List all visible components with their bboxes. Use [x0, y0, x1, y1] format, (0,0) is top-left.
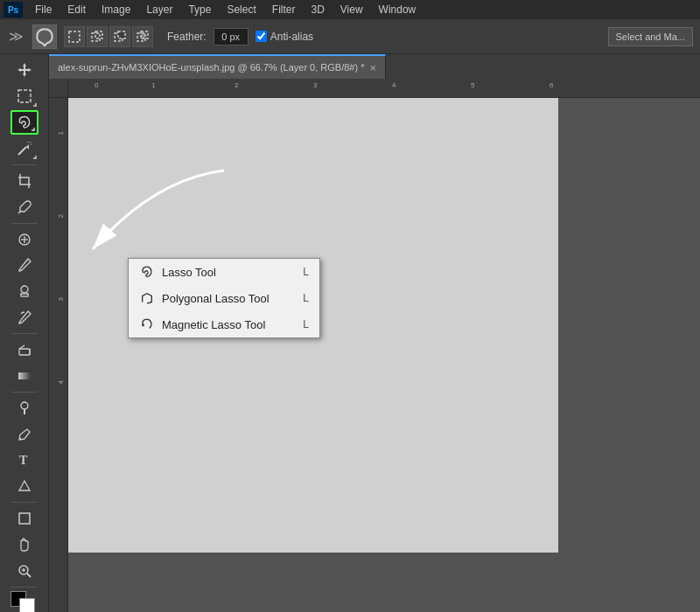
menu-file[interactable]: File: [28, 2, 59, 17]
magnetic-lasso-label: Magnetic Lasso Tool: [162, 318, 265, 331]
menu-bar: Ps File Edit Image Layer Type Select Fil…: [0, 0, 700, 19]
menu-type[interactable]: Type: [181, 2, 218, 17]
svg-marker-10: [26, 144, 29, 150]
toolbar: T: [0, 54, 49, 612]
new-selection-btn[interactable]: [64, 26, 85, 47]
marquee-tool-btn[interactable]: [10, 84, 38, 108]
crop-tool-btn[interactable]: [10, 169, 38, 193]
move-tool-btn[interactable]: [10, 58, 38, 82]
svg-point-37: [142, 324, 144, 327]
eraser-tool-btn[interactable]: [10, 337, 38, 362]
document-tab[interactable]: alex-suprun-ZHvM3XIOHoE-unsplash.jpg @ 6…: [49, 54, 386, 79]
svg-line-14: [18, 212, 20, 213]
svg-rect-31: [19, 513, 30, 524]
intersect-selection-btn[interactable]: [132, 26, 153, 47]
toolbar-separator-4: [11, 392, 38, 393]
polygonal-lasso-label: Polygonal Lasso Tool: [162, 292, 270, 305]
polygonal-lasso-icon: [139, 290, 155, 306]
svg-rect-23: [19, 349, 30, 355]
brush-tool-btn[interactable]: [10, 254, 38, 278]
svg-line-13: [30, 142, 31, 143]
tab-title: alex-suprun-ZHvM3XIOHoE-unsplash.jpg @ 6…: [58, 62, 364, 73]
toolbar-separator-3: [11, 333, 38, 334]
options-bar: ≫: [0, 19, 700, 54]
svg-rect-7: [141, 33, 145, 39]
color-picker[interactable]: [10, 591, 38, 612]
menu-edit[interactable]: Edit: [60, 2, 93, 17]
feather-input[interactable]: [214, 28, 248, 45]
ruler-h-label-3: 3: [313, 81, 317, 89]
background-color[interactable]: [19, 598, 35, 612]
menu-filter[interactable]: Filter: [265, 2, 303, 17]
hand-tool-btn[interactable]: [10, 532, 38, 557]
polygonal-lasso-menu-item[interactable]: Polygonal Lasso Tool L: [129, 285, 319, 311]
lasso-tool-btn[interactable]: [10, 110, 38, 135]
magnetic-lasso-icon: [139, 316, 155, 332]
dodge-tool-btn[interactable]: [10, 396, 38, 421]
ps-logo: Ps: [4, 2, 23, 17]
polygonal-shortcut: L: [303, 292, 309, 304]
eyedropper-tool-btn[interactable]: [10, 195, 38, 219]
lasso-options-icon[interactable]: [32, 24, 57, 49]
pen-tool-btn[interactable]: [10, 422, 38, 447]
ruler-h-label-4: 4: [392, 81, 396, 89]
svg-rect-0: [69, 31, 80, 42]
magic-wand-tool-btn[interactable]: [10, 136, 38, 161]
select-mask-button[interactable]: Select and Ma...: [608, 27, 694, 46]
ruler-v-label-4: 4: [57, 380, 65, 384]
svg-point-27: [21, 402, 28, 409]
magnetic-shortcut: L: [303, 318, 309, 330]
content-area: alex-suprun-ZHvM3XIOHoE-unsplash.jpg @ 6…: [49, 54, 700, 612]
ruler-h-label-1: 1: [151, 81, 155, 89]
ruler-corner: [49, 79, 68, 98]
ruler-v-label-3: 3: [57, 297, 65, 301]
svg-rect-8: [18, 90, 31, 102]
tab-bar: alex-suprun-ZHvM3XIOHoE-unsplash.jpg @ 6…: [49, 54, 700, 79]
lasso-icon: [139, 264, 155, 280]
svg-rect-20: [21, 294, 28, 296]
menu-layer[interactable]: Layer: [139, 2, 179, 17]
stamp-tool-btn[interactable]: [10, 279, 38, 303]
toolbar-separator-1: [11, 164, 38, 165]
add-selection-btn[interactable]: [87, 26, 108, 47]
healing-tool-btn[interactable]: [10, 227, 38, 252]
magnetic-lasso-menu-item[interactable]: Magnetic Lasso Tool L: [129, 311, 319, 337]
ruler-h-label-5: 5: [471, 81, 474, 89]
horizontal-ruler: 0 1 2 3 4 5 6: [68, 79, 700, 98]
lasso-tool-menu-item[interactable]: Lasso Tool L: [129, 259, 319, 285]
main-layout: T: [0, 54, 700, 612]
tab-close-button[interactable]: ×: [369, 62, 376, 73]
menu-select[interactable]: Select: [220, 2, 262, 17]
menu-3d[interactable]: 3D: [304, 2, 331, 17]
selection-shapes: [64, 26, 153, 47]
zoom-tool-btn[interactable]: [10, 559, 38, 583]
anti-alias-label: Anti-alias: [270, 31, 313, 43]
menu-window[interactable]: Window: [372, 2, 424, 17]
text-tool-btn[interactable]: T: [10, 448, 38, 472]
shape-tool-btn[interactable]: [10, 506, 38, 531]
lasso-tool-label: Lasso Tool: [162, 266, 216, 279]
gradient-tool-btn[interactable]: [10, 364, 38, 388]
feather-label: Feather:: [167, 31, 206, 43]
ruler-h-label-0: 0: [94, 81, 98, 89]
vertical-ruler: 1 2 3 4: [49, 79, 68, 612]
toolbar-separator-6: [11, 587, 38, 588]
svg-text:T: T: [19, 454, 28, 467]
toolbar-separator-2: [11, 223, 38, 224]
menu-view[interactable]: View: [333, 2, 370, 17]
ruler-h-label-6: 6: [550, 81, 553, 89]
svg-rect-26: [18, 372, 31, 379]
extra-tools-toggle[interactable]: ≫: [7, 26, 25, 46]
history-tool-btn[interactable]: [10, 305, 38, 330]
subtract-selection-btn[interactable]: [109, 26, 130, 47]
svg-line-18: [28, 259, 31, 261]
svg-line-33: [27, 574, 31, 577]
canvas-area[interactable]: 0 1 2 3 4 5 6 1 2 3 4: [49, 79, 700, 612]
path-tool-btn[interactable]: [10, 474, 38, 498]
ruler-h-label-2: 2: [234, 81, 238, 89]
svg-rect-2: [95, 31, 102, 38]
svg-point-19: [21, 286, 28, 293]
menu-image[interactable]: Image: [94, 2, 137, 17]
anti-alias-checkbox[interactable]: Anti-alias: [256, 31, 313, 43]
context-menu: Lasso Tool L Polygonal Lasso Tool L: [128, 258, 320, 338]
